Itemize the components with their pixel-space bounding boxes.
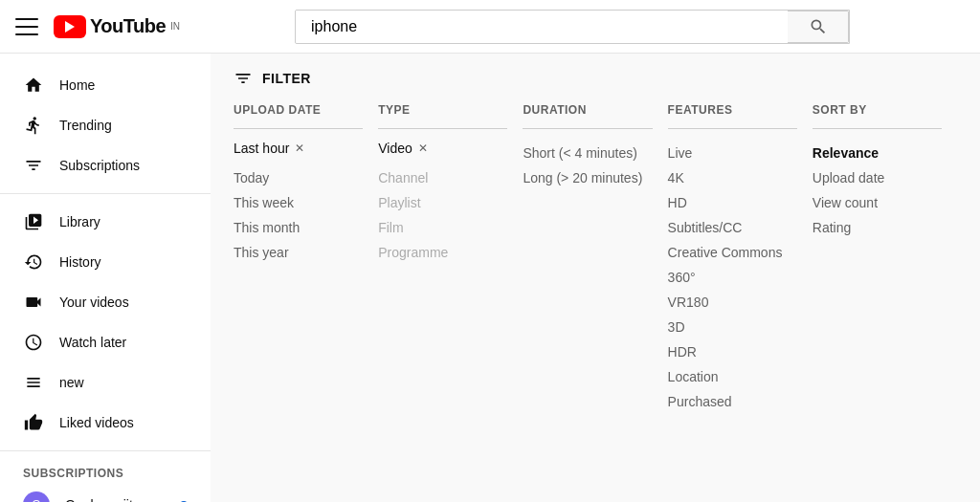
filter-icon <box>234 69 253 88</box>
sidebar-label-home: Home <box>59 77 95 93</box>
filter-option-this-month[interactable]: This month <box>234 215 363 240</box>
sidebar-item-subscriptions[interactable]: Subscriptions <box>0 145 211 186</box>
filter-option-this-year[interactable]: This year <box>234 240 363 265</box>
search-form <box>295 10 850 44</box>
header: YouTubeIN <box>0 0 980 54</box>
history-icon <box>23 251 44 273</box>
main-content: FILTER UPLOAD DATE Last hour ✕ Today Thi… <box>211 54 980 502</box>
filter-option-film[interactable]: Film <box>378 215 507 240</box>
sub-item-geekyranjit[interactable]: G Geekyranjit <box>0 484 211 502</box>
search-icon <box>809 17 828 36</box>
filter-col-header-type: TYPE <box>378 103 507 129</box>
filter-col-header-duration: DURATION <box>523 103 652 129</box>
filter-option-hd[interactable]: HD <box>668 190 797 215</box>
search-button[interactable] <box>788 11 849 43</box>
filter-col-sort-by: SORT BY Relevance Upload date View count… <box>813 103 957 414</box>
liked-videos-icon <box>23 412 44 433</box>
youtube-logo[interactable]: YouTubeIN <box>54 15 180 38</box>
filter-panel: FILTER UPLOAD DATE Last hour ✕ Today Thi… <box>211 54 980 429</box>
sidebar-label-new: new <box>59 375 84 390</box>
logo-country: IN <box>170 21 180 32</box>
sidebar-item-new[interactable]: new <box>0 362 211 403</box>
filter-option-playlist[interactable]: Playlist <box>378 190 507 215</box>
remove-upload-date-icon[interactable]: ✕ <box>295 142 304 155</box>
sidebar-label-history: History <box>59 254 101 270</box>
your-videos-icon <box>23 292 44 313</box>
filter-option-live[interactable]: Live <box>668 141 797 165</box>
filter-option-hdr[interactable]: HDR <box>668 339 797 364</box>
sidebar-item-trending[interactable]: Trending <box>0 105 211 145</box>
search-area <box>218 10 926 44</box>
sidebar-item-watch-later[interactable]: Watch later <box>0 322 211 362</box>
filter-active-upload-date[interactable]: Last hour ✕ <box>234 141 304 156</box>
filter-col-header-sort-by: SORT BY <box>813 103 942 129</box>
body: Home Trending Subscriptions Library His <box>0 54 980 502</box>
filter-col-upload-date: UPLOAD DATE Last hour ✕ Today This week … <box>234 103 378 414</box>
sidebar-label-trending: Trending <box>59 118 112 133</box>
filter-col-header-features: FEATURES <box>668 103 797 129</box>
trending-icon <box>23 115 44 136</box>
home-icon <box>23 75 44 96</box>
filter-option-programme[interactable]: Programme <box>378 240 507 265</box>
sidebar-item-library[interactable]: Library <box>0 202 211 242</box>
sub-label-geekyranjit: Geekyranjit <box>65 497 133 502</box>
filter-option-vr180[interactable]: VR180 <box>668 290 797 315</box>
filter-active-type[interactable]: Video ✕ <box>378 141 428 156</box>
filter-option-this-week[interactable]: This week <box>234 190 363 215</box>
filter-option-channel[interactable]: Channel <box>378 165 507 190</box>
filter-title: FILTER <box>262 71 311 86</box>
sidebar-label-liked-videos: Liked videos <box>59 415 134 430</box>
sidebar-label-your-videos: Your videos <box>59 295 129 310</box>
watch-later-icon <box>23 332 44 353</box>
sidebar-label-watch-later: Watch later <box>59 335 126 350</box>
sidebar-item-home[interactable]: Home <box>0 65 211 105</box>
filter-col-type: TYPE Video ✕ Channel Playlist Film Progr… <box>378 103 523 414</box>
filter-option-360[interactable]: 360° <box>668 265 797 290</box>
filter-option-3d[interactable]: 3D <box>668 315 797 339</box>
sidebar-divider-2 <box>0 450 211 451</box>
filter-col-duration: DURATION Short (< 4 minutes) Long (> 20 … <box>523 103 667 414</box>
filter-option-subtitles[interactable]: Subtitles/CC <box>668 215 797 240</box>
filter-option-creative-commons[interactable]: Creative Commons <box>668 240 797 265</box>
sidebar-label-library: Library <box>59 214 100 229</box>
subscriptions-icon <box>23 155 44 176</box>
filter-option-view-count[interactable]: View count <box>813 190 942 215</box>
sidebar-item-liked-videos[interactable]: Liked videos <box>0 403 211 443</box>
sidebar: Home Trending Subscriptions Library His <box>0 54 211 502</box>
youtube-logo-icon <box>54 15 86 38</box>
filter-option-today[interactable]: Today <box>234 165 363 190</box>
sidebar-label-subscriptions: Subscriptions <box>59 158 140 173</box>
filter-option-relevance[interactable]: Relevance <box>813 141 942 165</box>
filter-option-long[interactable]: Long (> 20 minutes) <box>523 165 652 190</box>
filter-option-rating[interactable]: Rating <box>813 215 942 240</box>
remove-type-icon[interactable]: ✕ <box>418 142 428 155</box>
menu-icon[interactable] <box>15 18 38 35</box>
new-icon <box>23 372 44 393</box>
subscriptions-section-label: SUBSCRIPTIONS <box>0 459 211 484</box>
filter-option-upload-date[interactable]: Upload date <box>813 165 942 190</box>
filter-option-location[interactable]: Location <box>668 364 797 389</box>
filter-option-4k[interactable]: 4K <box>668 165 797 190</box>
filter-col-header-upload-date: UPLOAD DATE <box>234 103 363 129</box>
filter-header: FILTER <box>234 69 957 88</box>
filter-col-features: FEATURES Live 4K HD Subtitles/CC Creativ… <box>668 103 813 414</box>
sidebar-item-history[interactable]: History <box>0 242 211 282</box>
filter-option-short[interactable]: Short (< 4 minutes) <box>523 141 652 165</box>
library-icon <box>23 211 44 232</box>
logo-text: YouTube <box>90 15 166 37</box>
sidebar-item-your-videos[interactable]: Your videos <box>0 282 211 322</box>
filter-columns: UPLOAD DATE Last hour ✕ Today This week … <box>234 103 957 414</box>
sidebar-divider-1 <box>0 193 211 194</box>
filter-option-purchased[interactable]: Purchased <box>668 389 797 414</box>
search-input[interactable] <box>296 11 788 43</box>
sub-avatar-geekyranjit: G <box>23 491 50 502</box>
